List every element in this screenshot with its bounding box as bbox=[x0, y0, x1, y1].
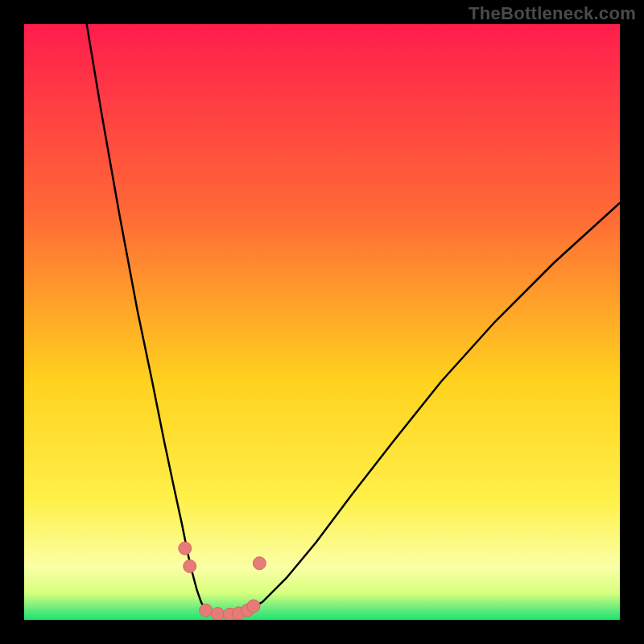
watermark-text: TheBottleneck.com bbox=[469, 3, 636, 24]
marker-dot bbox=[179, 542, 192, 555]
marker-dot bbox=[247, 600, 260, 613]
curve-layer bbox=[24, 24, 620, 620]
plot-area bbox=[24, 24, 620, 620]
curve-left-branch bbox=[87, 24, 206, 611]
marker-dot bbox=[200, 604, 213, 617]
marker-dots bbox=[179, 542, 266, 620]
plot-frame bbox=[24, 24, 620, 620]
chart-stage: TheBottleneck.com bbox=[0, 0, 644, 644]
marker-dot bbox=[253, 557, 266, 570]
marker-dot bbox=[212, 608, 225, 620]
marker-dot bbox=[184, 559, 196, 572]
curve-right-branch bbox=[248, 203, 621, 611]
